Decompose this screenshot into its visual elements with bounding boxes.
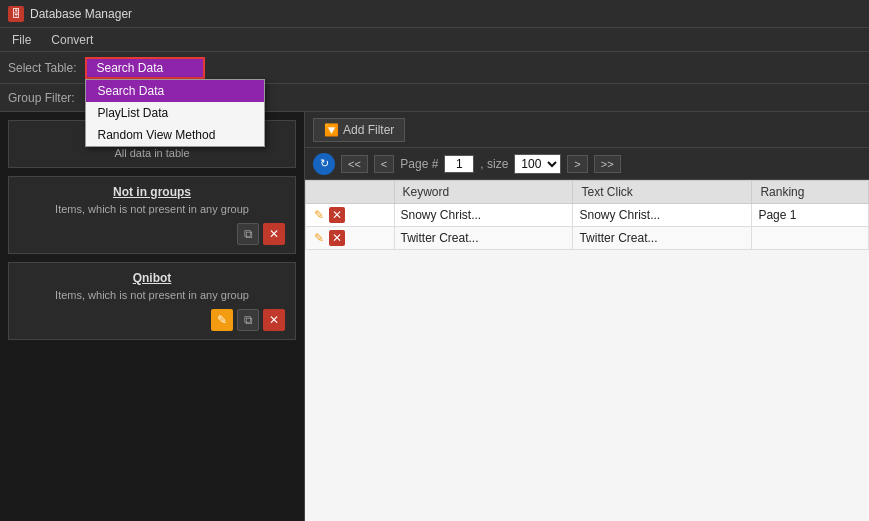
toolbar-row: Select Table: Search Data Search Data Pl… bbox=[0, 52, 869, 84]
menu-bar: File Convert bbox=[0, 28, 869, 52]
group-desc-not-in-groups: Items, which is not present in any group bbox=[19, 203, 285, 215]
page-input[interactable] bbox=[444, 155, 474, 173]
add-filter-label: Add Filter bbox=[343, 123, 394, 137]
table-row: ✎ ✕ Twitter Creat... Twitter Creat... bbox=[306, 227, 869, 250]
size-label: , size bbox=[480, 157, 508, 171]
prev-page-button[interactable]: < bbox=[374, 155, 394, 173]
row-actions: ✎ ✕ bbox=[306, 204, 395, 227]
select-table-wrapper: Search Data Search Data PlayList Data Ra… bbox=[85, 57, 205, 79]
row-text-click-2: Twitter Creat... bbox=[573, 227, 752, 250]
size-select[interactable]: 100 50 25 10 bbox=[514, 154, 561, 174]
app-icon: 🗄 bbox=[8, 6, 24, 22]
select-table-label: Select Table: bbox=[8, 61, 77, 75]
row-text-click-1: Snowy Christ... bbox=[573, 204, 752, 227]
group-title-not-in-groups[interactable]: Not in groups bbox=[19, 185, 285, 199]
row-keyword-1: Snowy Christ... bbox=[394, 204, 573, 227]
first-page-button[interactable]: << bbox=[341, 155, 368, 173]
group-filter-label: Group Filter: bbox=[8, 91, 75, 105]
row-ranking-2 bbox=[752, 227, 869, 250]
group-title-qnibot[interactable]: Qnibot bbox=[19, 271, 285, 285]
copy-button-qnibot[interactable]: ⧉ bbox=[237, 309, 259, 331]
delete-button-not-in-groups[interactable]: ✕ bbox=[263, 223, 285, 245]
pagination-bar: ↻ << < Page # , size 100 50 25 10 > >> bbox=[305, 148, 869, 180]
main-content: All All data in table Not in groups Item… bbox=[0, 112, 869, 521]
col-header-actions bbox=[306, 181, 395, 204]
group-desc-qnibot: Items, which is not present in any group bbox=[19, 289, 285, 301]
group-card-not-in-groups: Not in groups Items, which is not presen… bbox=[8, 176, 296, 254]
col-header-keyword: Keyword bbox=[394, 181, 573, 204]
dropdown-item-random-view[interactable]: Random View Method bbox=[86, 124, 264, 146]
app-title: Database Manager bbox=[30, 7, 132, 21]
row-actions: ✎ ✕ bbox=[306, 227, 395, 250]
title-bar: 🗄 Database Manager bbox=[0, 0, 869, 28]
left-panel: All All data in table Not in groups Item… bbox=[0, 112, 305, 521]
right-panel: 🔽 Add Filter ↻ << < Page # , size 100 50… bbox=[305, 112, 869, 521]
row-keyword-2: Twitter Creat... bbox=[394, 227, 573, 250]
group-actions-qnibot: ✎ ⧉ ✕ bbox=[19, 309, 285, 331]
row-ranking-1: Page 1 bbox=[752, 204, 869, 227]
table-dropdown-menu: Search Data PlayList Data Random View Me… bbox=[85, 79, 265, 147]
col-header-text-click: Text Click bbox=[573, 181, 752, 204]
dropdown-item-search-data[interactable]: Search Data bbox=[86, 80, 264, 102]
row-edit-button-1[interactable]: ✎ bbox=[312, 208, 326, 222]
select-table-button[interactable]: Search Data bbox=[85, 57, 205, 79]
row-edit-button-2[interactable]: ✎ bbox=[312, 231, 326, 245]
data-table-wrapper: Keyword Text Click Ranking ✎ ✕ Snowy Chr… bbox=[305, 180, 869, 521]
next-page-button[interactable]: > bbox=[567, 155, 587, 173]
copy-button-not-in-groups[interactable]: ⧉ bbox=[237, 223, 259, 245]
group-desc-all: All data in table bbox=[19, 147, 285, 159]
edit-button-qnibot[interactable]: ✎ bbox=[211, 309, 233, 331]
add-filter-button[interactable]: 🔽 Add Filter bbox=[313, 118, 405, 142]
row-delete-button-1[interactable]: ✕ bbox=[329, 207, 345, 223]
delete-button-qnibot[interactable]: ✕ bbox=[263, 309, 285, 331]
menu-convert[interactable]: Convert bbox=[43, 31, 101, 49]
menu-file[interactable]: File bbox=[4, 31, 39, 49]
row-delete-button-2[interactable]: ✕ bbox=[329, 230, 345, 246]
filter-bar: 🔽 Add Filter bbox=[305, 112, 869, 148]
group-card-qnibot: Qnibot Items, which is not present in an… bbox=[8, 262, 296, 340]
dropdown-item-playlist-data[interactable]: PlayList Data bbox=[86, 102, 264, 124]
col-header-ranking: Ranking bbox=[752, 181, 869, 204]
selected-table-label: Search Data bbox=[97, 61, 164, 75]
table-row: ✎ ✕ Snowy Christ... Snowy Christ... Page… bbox=[306, 204, 869, 227]
last-page-button[interactable]: >> bbox=[594, 155, 621, 173]
page-label: Page # bbox=[400, 157, 438, 171]
data-table: Keyword Text Click Ranking ✎ ✕ Snowy Chr… bbox=[305, 180, 869, 250]
filter-icon: 🔽 bbox=[324, 123, 339, 137]
group-actions-not-in-groups: ⧉ ✕ bbox=[19, 223, 285, 245]
refresh-button[interactable]: ↻ bbox=[313, 153, 335, 175]
